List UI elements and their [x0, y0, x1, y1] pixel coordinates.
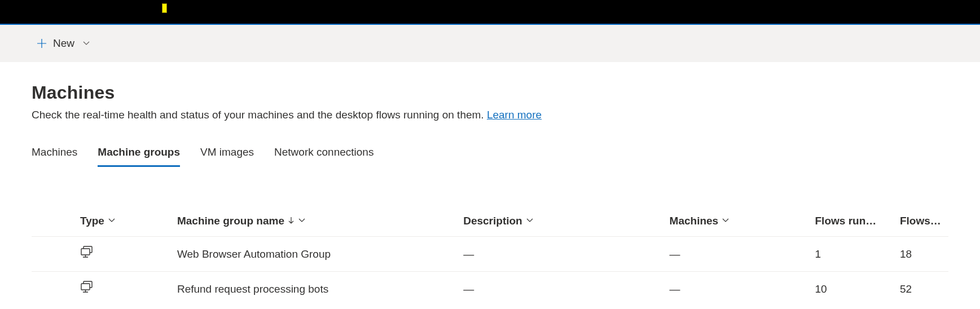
row-flows-run: 10: [815, 283, 827, 295]
machine-group-icon: [80, 246, 95, 262]
text-caret-indicator: [162, 3, 167, 13]
col-header-flows-run-label: Flows run…: [815, 215, 900, 227]
col-header-name-label: Machine group name: [177, 215, 284, 227]
col-header-type-label: Type: [80, 215, 104, 227]
machine-groups-table: Type Machine group name Description Mach…: [32, 206, 948, 306]
tab-machines[interactable]: Machines: [32, 142, 77, 165]
chevron-down-icon: [80, 39, 90, 47]
col-header-machines-label: Machines: [670, 215, 719, 227]
tab-vm-images[interactable]: VM images: [200, 142, 254, 165]
new-button-label: New: [53, 37, 74, 50]
row-flows-run: 1: [815, 248, 821, 260]
tab-machine-groups[interactable]: Machine groups: [98, 142, 180, 167]
window-titlebar: [0, 0, 980, 24]
machine-group-icon: [80, 281, 95, 297]
row-name: Web Browser Automation Group: [177, 248, 331, 260]
row-machines: —: [670, 283, 680, 295]
table-row[interactable]: Web Browser Automation Group——118: [32, 237, 948, 272]
col-header-description[interactable]: Description: [463, 206, 669, 237]
row-name: Refund request processing bots: [177, 283, 328, 295]
row-flows-queued: 52: [900, 283, 912, 295]
sort-down-icon: [288, 215, 295, 227]
svg-rect-3: [81, 284, 90, 290]
col-header-name[interactable]: Machine group name: [177, 206, 463, 237]
col-header-machines[interactable]: Machines: [670, 206, 815, 237]
col-header-flows-queued-label: Flows…: [900, 215, 948, 227]
tab-network-connections[interactable]: Network connections: [274, 142, 373, 165]
col-header-description-label: Description: [463, 215, 522, 227]
table-row[interactable]: Refund request processing bots——1052: [32, 272, 948, 307]
table-header-row: Type Machine group name Description Mach…: [32, 206, 948, 237]
row-flows-queued: 18: [900, 248, 912, 260]
page-subtitle-text: Check the real-time health and status of…: [32, 109, 487, 121]
page-title: Machines: [32, 82, 948, 103]
chevron-down-icon: [722, 215, 729, 227]
col-header-type[interactable]: Type: [80, 206, 177, 237]
chevron-down-icon: [108, 215, 116, 227]
col-header-flows-run[interactable]: Flows run…: [815, 206, 900, 237]
learn-more-link[interactable]: Learn more: [487, 109, 542, 121]
new-button[interactable]: New: [32, 32, 95, 55]
svg-rect-1: [81, 249, 90, 255]
row-description: —: [463, 248, 474, 260]
col-header-flows-queued[interactable]: Flows…: [900, 206, 948, 237]
row-machines: —: [670, 248, 680, 260]
tabs: MachinesMachine groupsVM imagesNetwork c…: [32, 142, 948, 165]
page-subtitle: Check the real-time health and status of…: [32, 109, 948, 121]
plus-icon: [36, 38, 47, 49]
command-bar: New: [0, 25, 980, 62]
row-description: —: [463, 283, 474, 295]
chevron-down-icon: [298, 215, 306, 227]
chevron-down-icon: [526, 215, 534, 227]
